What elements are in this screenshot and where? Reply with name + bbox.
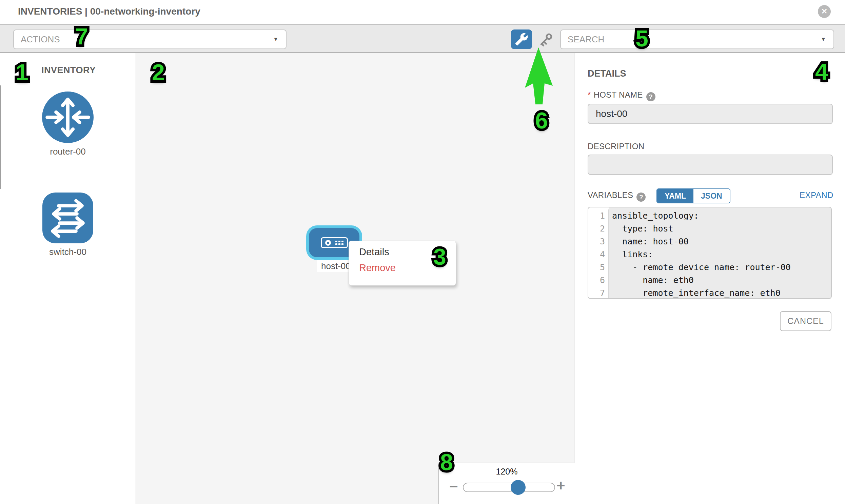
expand-link[interactable]: EXPAND xyxy=(799,191,833,200)
zoom-out-button[interactable]: − xyxy=(449,480,458,493)
required-asterisk: * xyxy=(588,90,591,99)
cancel-button[interactable]: CANCEL xyxy=(780,311,831,331)
code-line: 5 - remote_device_name: router-00 xyxy=(588,261,831,274)
menu-item-remove[interactable]: Remove xyxy=(349,257,456,273)
key-icon xyxy=(537,44,554,50)
variables-label: VARIABLES? xyxy=(588,191,646,202)
help-icon[interactable]: ? xyxy=(646,92,655,101)
search-dropdown-label: SEARCH xyxy=(568,34,604,44)
description-input[interactable] xyxy=(588,155,833,175)
router-icon xyxy=(42,91,93,143)
switch-icon xyxy=(42,193,93,244)
node-context-menu: Details Remove xyxy=(349,241,456,286)
code-line: 6 name: eth0 xyxy=(588,274,831,287)
switch-label: switch-00 xyxy=(42,247,93,257)
help-icon[interactable]: ? xyxy=(636,193,646,202)
code-line: 2 type: host xyxy=(588,222,831,235)
page-title: INVENTORIES | 00-networking-inventory xyxy=(18,6,200,17)
inventory-topology-app: INVENTORIES | 00-networking-inventory ✕ … xyxy=(0,0,845,504)
close-icon[interactable]: ✕ xyxy=(818,5,831,18)
variables-code-editor[interactable]: 1ansible_topology: 2 type: host 3 name: … xyxy=(588,207,832,299)
code-line: 7 remote_interface_name: eth0 xyxy=(588,287,831,299)
host-name-label: *HOST NAME? xyxy=(588,90,655,101)
code-line: 4 links: xyxy=(588,248,831,261)
actions-dropdown-label: ACTIONS xyxy=(21,34,60,44)
host-name-input[interactable] xyxy=(588,104,833,124)
sidebar-title: INVENTORY xyxy=(41,65,96,76)
menu-item-details[interactable]: Details xyxy=(349,241,456,257)
tools-button[interactable] xyxy=(511,30,532,49)
topology-canvas[interactable]: host-00 Details Remove 120% − + xyxy=(136,53,575,504)
toolbar: ACTIONS ▼ xyxy=(0,24,845,53)
main-area: INVENTORY router-00 xyxy=(0,53,845,504)
sidebar-item-switch[interactable]: switch-00 xyxy=(42,193,93,257)
zoom-level-value: 120% xyxy=(439,467,575,476)
sidebar-scrollbar[interactable] xyxy=(0,85,1,189)
details-panel: DETAILS *HOST NAME? DESCRIPTION VARIABLE… xyxy=(575,53,845,504)
details-title: DETAILS xyxy=(588,69,626,79)
code-line: 1ansible_topology: xyxy=(588,210,831,222)
header: INVENTORIES | 00-networking-inventory ✕ xyxy=(0,0,845,24)
description-label: DESCRIPTION xyxy=(588,142,644,151)
router-label: router-00 xyxy=(42,146,93,157)
chevron-down-icon: ▼ xyxy=(821,30,826,49)
search-dropdown[interactable]: SEARCH ▼ xyxy=(560,30,834,49)
chevron-down-icon: ▼ xyxy=(273,30,278,49)
zoom-in-button[interactable]: + xyxy=(557,479,565,492)
variables-format-toggle: YAML JSON xyxy=(656,188,730,203)
actions-dropdown[interactable]: ACTIONS ▼ xyxy=(13,30,286,49)
json-toggle[interactable]: JSON xyxy=(693,189,730,203)
zoom-control-panel: 120% − + xyxy=(438,463,575,504)
yaml-toggle[interactable]: YAML xyxy=(657,189,693,203)
sidebar-item-router[interactable]: router-00 xyxy=(42,91,93,157)
code-line: 3 name: host-00 xyxy=(588,235,831,248)
server-icon xyxy=(321,237,348,248)
zoom-slider[interactable] xyxy=(463,483,555,492)
key-button[interactable] xyxy=(537,31,554,49)
inventory-sidebar: INVENTORY router-00 xyxy=(0,53,136,504)
zoom-slider-thumb[interactable] xyxy=(511,480,526,495)
